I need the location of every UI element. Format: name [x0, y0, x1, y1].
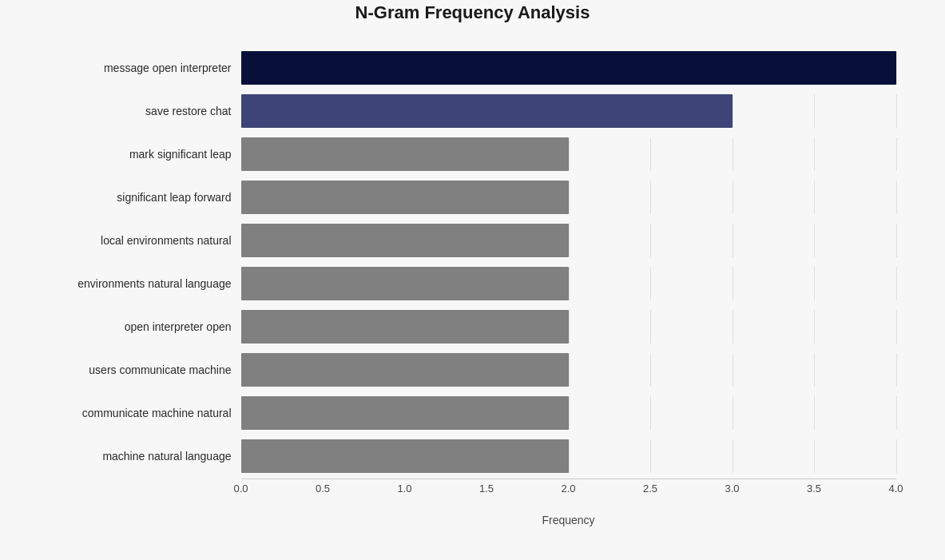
bar-track: [241, 310, 896, 344]
x-axis: 0.00.51.01.52.02.53.03.54.0: [241, 479, 896, 510]
bar-track: [241, 94, 896, 128]
bar-track: [241, 224, 896, 257]
x-tick: 3.5: [807, 483, 821, 494]
chart-title: N-Gram Frequency Analysis: [50, 2, 896, 23]
bar-fill: [241, 181, 569, 214]
bar-track: [241, 439, 896, 473]
x-tick: 2.0: [561, 483, 575, 494]
bar-row: open interpreter open: [50, 306, 896, 348]
bar-fill: [241, 137, 569, 171]
x-tick: 3.0: [725, 483, 739, 494]
bar-fill: [241, 310, 569, 344]
x-tick: 0.0: [233, 483, 248, 494]
bar-row: communicate machine natural: [50, 392, 896, 434]
bar-label: message open interpreter: [50, 62, 241, 74]
bar-row: message open interpreter: [50, 47, 896, 89]
x-tick: 2.5: [643, 483, 657, 494]
x-axis-label: Frequency: [241, 514, 896, 526]
bar-fill: [241, 267, 569, 300]
bar-track: [241, 51, 896, 85]
bar-label: machine natural language: [50, 450, 241, 463]
bars-section: message open interpretersave restore cha…: [50, 47, 896, 479]
x-tick: 4.0: [888, 483, 903, 494]
bar-label: save restore chat: [50, 105, 241, 117]
bar-row: significant leap forward: [50, 177, 896, 218]
bar-row: users communicate machine: [50, 349, 896, 391]
bar-track: [241, 137, 896, 171]
bar-fill: [241, 439, 569, 473]
bar-track: [241, 267, 896, 300]
bar-row: machine natural language: [50, 435, 896, 477]
bar-label: communicate machine natural: [50, 407, 241, 419]
bar-row: environments natural language: [50, 263, 896, 304]
chart-area: message open interpretersave restore cha…: [50, 47, 896, 526]
bar-label: significant leap forward: [50, 191, 241, 204]
bar-fill: [241, 396, 569, 430]
bar-fill: [241, 51, 896, 85]
bar-row: local environments natural: [50, 220, 896, 261]
bar-track: [241, 181, 896, 214]
bar-fill: [241, 353, 569, 387]
x-tick: 0.5: [316, 483, 330, 494]
bar-label: environments natural language: [50, 277, 241, 290]
x-tick: 1.5: [479, 483, 494, 494]
bar-label: open interpreter open: [50, 320, 241, 333]
bar-label: mark significant leap: [50, 148, 241, 161]
bar-label: users communicate machine: [50, 363, 241, 376]
bar-track: [241, 396, 896, 430]
chart-container: N-Gram Frequency Analysis message open i…: [34, 0, 912, 560]
bar-fill: [241, 94, 733, 128]
bar-label: local environments natural: [50, 234, 241, 247]
bar-row: save restore chat: [50, 90, 896, 132]
bar-track: [241, 353, 896, 387]
bar-fill: [241, 224, 569, 257]
bar-row: mark significant leap: [50, 133, 896, 175]
x-tick: 1.0: [397, 483, 411, 494]
